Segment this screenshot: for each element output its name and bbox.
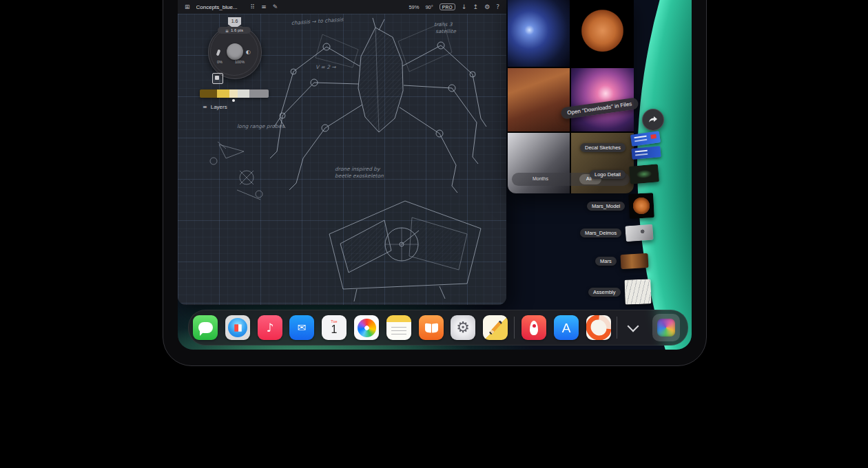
pencil-icon [488,320,502,334]
drop-hint-banner: Open "Downloads" in Files [560,97,639,120]
dock-app-safari[interactable] [225,315,250,340]
drag-item-mars[interactable]: Mars [595,254,648,268]
drag-item-label: Mars_Model [587,202,625,211]
drag-copy-badge [642,109,664,131]
calendar-day: 1 [331,324,338,335]
notes-lines-icon [391,327,406,337]
chevron-down-icon [628,321,639,332]
pill-menu-icon: ≡ [225,28,229,33]
concepts-c-icon [586,315,611,340]
dock-app-mail[interactable]: ✉ [289,315,314,340]
open-book-icon [425,323,438,332]
dock-app-appstore[interactable]: A [554,315,579,340]
drag-item-logo-detail[interactable]: Logo Detail [590,165,659,183]
book-page-right [432,323,438,332]
drag-item-mars-model[interactable]: Mars_Model [587,193,654,218]
gear-icon: ⚙ [456,320,470,335]
drag-item-label: Assembly [588,288,621,297]
drag-thumb-assembly [624,279,651,304]
dock-divider [514,317,515,339]
ipad-screen: ⊞ Concepts_blue... ⠿ ≡ ✎ 59% 90° PRO ↓ ↥… [178,0,692,350]
dock: ♪ ✉ Tue 1 [188,310,688,345]
decal-thumb-1 [630,131,661,147]
dock-chevron-button[interactable] [625,319,641,336]
brush-size-label: 1.6 pts [231,28,243,32]
dock-app-books[interactable] [419,315,444,340]
decal-red-mark [650,134,657,139]
drag-item-label: Mars [595,257,617,266]
decal-text-lines [635,150,648,153]
book-page-left [425,323,431,332]
recent-app-icon [657,319,675,337]
drag-item-assembly[interactable]: Assembly [588,279,651,304]
compass-needle-icon [230,320,245,334]
dock-app-photos[interactable] [354,315,379,340]
dock-divider [617,317,617,339]
dock-app-concepts[interactable] [586,315,611,340]
dock-app-music[interactable]: ♪ [258,315,282,340]
opacity-min-label: 0% [217,60,223,64]
dock-app-messages[interactable] [193,315,218,340]
appstore-a-icon: A [562,321,571,334]
music-note-icon: ♪ [267,322,274,334]
compass-icon [228,318,247,337]
dock-app-calendar[interactable]: Tue 1 [322,315,347,340]
dock-app-notes[interactable] [386,315,411,340]
decal-thumb-2 [631,146,661,160]
forward-arrow-icon [648,114,659,125]
ipad-device: ⊞ Concepts_blue... ⠿ ≡ ✎ 59% 90° PRO ↓ ↥… [163,0,707,366]
drag-thumb-logo [629,164,659,184]
drag-thumb-mars-model [628,193,654,219]
brush-size-pill[interactable]: ≡ 1.6 pts [218,27,251,34]
opacity-max-label: 100% [235,60,245,64]
drag-item-label: Mars_Deimos [580,228,621,237]
drag-item-mars-deimos[interactable]: Mars_Deimos [580,225,653,241]
dock-app-sketch[interactable] [483,315,508,340]
drag-item-decal-sketches[interactable]: Decal Sketches [580,132,663,162]
photos-flower-icon [358,319,376,337]
drag-item-label: Decal Sketches [580,143,626,152]
brush-preview[interactable] [227,43,243,60]
drag-thumb-decals [630,132,663,162]
message-bubble-icon [198,322,213,333]
calendar-icon: Tue 1 [331,320,337,336]
drag-item-label: Logo Detail [590,170,626,179]
dock-recent-app[interactable] [652,314,680,341]
rocket-icon [530,321,538,335]
contrast-icon[interactable]: ◐ [246,49,251,55]
drag-thumb-deimos [626,224,654,242]
decal-text-lines [634,136,647,138]
drag-overlay: Open "Downloads" in Files Decal Sketches [178,0,692,350]
dock-app-settings[interactable]: ⚙ [451,315,475,340]
background: ⊞ Concepts_blue... ⠿ ≡ ✎ 59% 90° PRO ↓ ↥… [0,0,868,468]
envelope-icon: ✉ [298,323,307,333]
dock-app-rocket[interactable] [521,315,546,340]
drag-thumb-mars [620,253,648,269]
